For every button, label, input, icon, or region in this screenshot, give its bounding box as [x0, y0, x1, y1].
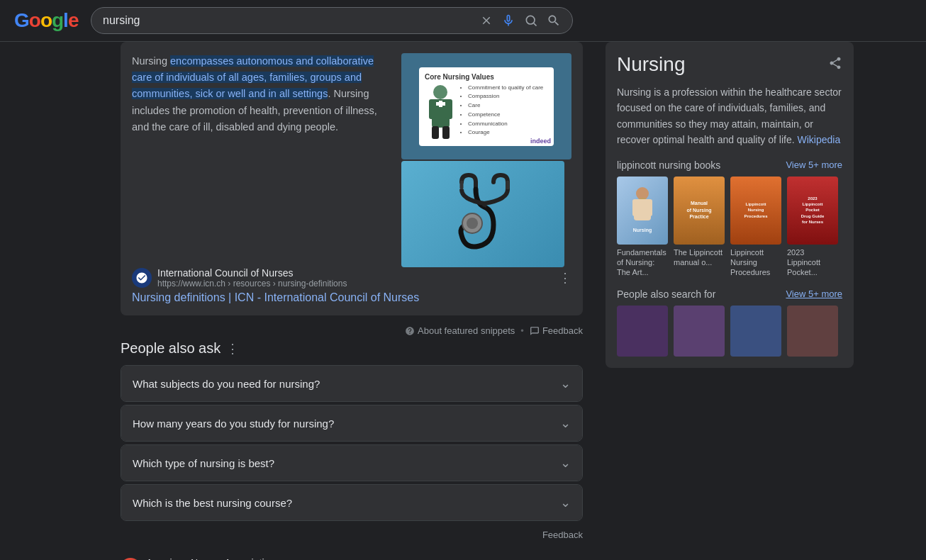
paa-chevron-0-icon: ⌄ — [560, 376, 571, 391]
book-item-0[interactable]: Nursing Fundamentals of Nursing: The Art… — [617, 177, 668, 278]
book-cover-1: Manualof NursingPractice — [674, 177, 725, 245]
people-also-search-section: People also search for View 5+ more — [617, 289, 842, 357]
book-cover-0: Nursing — [617, 177, 668, 245]
people-also-ask-section: People also ask ⋮ What subjects do you n… — [121, 340, 583, 546]
pas-item-0[interactable] — [617, 306, 668, 357]
paa-question-3[interactable]: Which is the best nursing course? ⌄ — [121, 485, 582, 520]
feedback-label: Feedback — [542, 325, 583, 336]
lens-button[interactable] — [524, 13, 538, 28]
source-row: International Council of Nurses https://… — [132, 267, 571, 289]
paa-feedback-label: Feedback — [542, 530, 583, 540]
result-source-name-ana: American Nurses Association — [146, 557, 344, 560]
voice-search-button[interactable] — [501, 13, 515, 28]
featured-snippet: Nursing encompasses autonomous and colla… — [121, 42, 583, 315]
book-title-2: Lippincott Nursing Procedures — [730, 247, 781, 278]
paa-chevron-1-icon: ⌄ — [560, 415, 571, 431]
source-icon — [132, 268, 152, 288]
snippet-link[interactable]: Nursing definitions | ICN - Internationa… — [132, 291, 571, 304]
book-cover-image-0 — [628, 185, 657, 224]
svg-rect-5 — [429, 99, 436, 119]
paa-feedback-button[interactable]: Feedback — [121, 524, 583, 546]
left-column: Nursing encompasses autonomous and colla… — [121, 42, 583, 560]
book-item-3[interactable]: 2023LippincottPocketDrug Guidefor Nurses… — [787, 177, 838, 278]
nurse-image: Core Nursing Values — [401, 53, 571, 159]
book-item-1[interactable]: Manualof NursingPractice The Lippincott … — [674, 177, 725, 278]
kp-share-button[interactable] — [828, 56, 842, 74]
search-bar[interactable] — [91, 7, 573, 34]
search-button[interactable] — [547, 13, 561, 28]
svg-point-1 — [433, 85, 447, 99]
pas-title: People also search for — [617, 289, 715, 300]
feedback-button[interactable]: Feedback — [530, 325, 583, 336]
nurse-figure-icon — [425, 84, 457, 140]
right-column: Nursing Nursing is a profession within t… — [606, 42, 854, 560]
header: Google — [0, 0, 926, 42]
separator: • — [520, 325, 524, 336]
book-title-0: Fundamentals of Nursing: The Art... — [617, 247, 668, 278]
search-input[interactable] — [103, 14, 473, 27]
books-view-more-link[interactable]: View 5+ more — [786, 159, 842, 170]
book-item-2[interactable]: LippincottNursingProcedures Lippincott N… — [730, 177, 781, 278]
svg-point-10 — [467, 218, 478, 229]
book-title-3: 2023 Lippincott Pocket... — [787, 247, 838, 278]
paa-item-1: How many years do you study for nursing?… — [121, 405, 583, 442]
paa-item-3: Which is the best nursing course? ⌄ — [121, 484, 583, 521]
pas-view-more-link[interactable]: View 5+ more — [786, 289, 842, 300]
book-cover-3: 2023LippincottPocketDrug Guidefor Nurses — [787, 177, 838, 245]
about-snippets-label: About featured snippets — [418, 325, 515, 336]
pas-grid — [617, 306, 842, 357]
svg-rect-7 — [432, 126, 439, 139]
paa-question-text-1: How many years do you study for nursing? — [133, 418, 334, 430]
svg-rect-4 — [439, 101, 442, 107]
clear-button[interactable] — [480, 14, 493, 27]
paa-chevron-3-icon: ⌄ — [560, 495, 571, 510]
svg-rect-6 — [445, 99, 452, 119]
source-url: https://www.icn.ch › resources › nursing… — [157, 279, 347, 289]
about-snippets-link[interactable]: About featured snippets — [405, 325, 515, 336]
paa-item-0: What subjects do you need for nursing? ⌄ — [121, 365, 583, 402]
pas-item-1[interactable] — [674, 306, 725, 357]
paa-question-text-2: Which type of nursing is best? — [133, 457, 274, 469]
paa-chevron-2-icon: ⌄ — [560, 455, 571, 471]
paa-question-text-0: What subjects do you need for nursing? — [133, 378, 320, 390]
paa-question-1[interactable]: How many years do you study for nursing?… — [121, 405, 582, 441]
stethoscope-image — [401, 161, 564, 267]
pas-item-3[interactable] — [787, 306, 838, 357]
paa-question-2[interactable]: Which type of nursing is best? ⌄ — [121, 445, 582, 481]
results-area: Nursing encompasses autonomous and colla… — [0, 42, 926, 560]
stethoscope-icon — [437, 168, 529, 260]
knowledge-panel: Nursing Nursing is a profession within t… — [606, 42, 854, 368]
indeed-badge: indeed — [530, 138, 551, 145]
search-result-ana: American Nurses Association https://www.… — [121, 557, 583, 560]
book-cover-2: LippincottNursingProcedures — [730, 177, 781, 245]
nurse-card-list: Commitment to quality of care Compassion… — [459, 84, 543, 140]
snippet-text: Nursing encompasses autonomous and colla… — [132, 53, 393, 135]
svg-rect-16 — [647, 199, 652, 216]
paa-options-button[interactable]: ⋮ — [226, 341, 239, 357]
about-feedback-row: About featured snippets • Feedback — [121, 321, 583, 340]
svg-point-0 — [526, 16, 535, 24]
book-title-1: The Lippincott manual o... — [674, 247, 725, 268]
pas-item-2[interactable] — [730, 306, 781, 357]
kp-wikipedia-link[interactable]: Wikipedia — [797, 134, 840, 145]
svg-rect-8 — [442, 126, 450, 139]
google-logo: Google — [14, 9, 79, 32]
paa-question-0[interactable]: What subjects do you need for nursing? ⌄ — [121, 366, 582, 401]
svg-rect-15 — [632, 199, 638, 216]
books-title: lippincott nursing books — [617, 159, 720, 171]
kp-description: Nursing is a profession within the healt… — [617, 84, 842, 148]
source-more-button[interactable]: ⋮ — [559, 270, 571, 286]
paa-question-text-3: Which is the best nursing course? — [133, 497, 292, 509]
books-section: lippincott nursing books View 5+ more — [617, 159, 842, 278]
nurse-card-title: Core Nursing Values — [425, 73, 548, 81]
kp-title: Nursing — [617, 53, 685, 76]
paa-item-2: Which type of nursing is best? ⌄ — [121, 444, 583, 481]
paa-title: People also ask — [121, 340, 221, 357]
source-name: International Council of Nurses — [157, 267, 347, 279]
books-grid: Nursing Fundamentals of Nursing: The Art… — [617, 177, 842, 278]
